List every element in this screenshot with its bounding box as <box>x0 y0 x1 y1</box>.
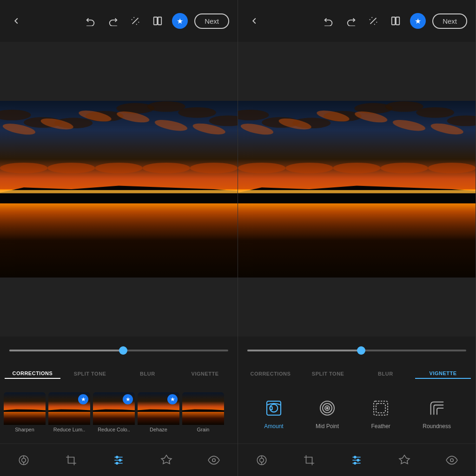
svg-point-15 <box>116 456 118 458</box>
sunset-canvas-right <box>238 101 476 278</box>
back-button-right[interactable] <box>246 13 262 29</box>
vignette-controls: Amount Mid Point Feather <box>238 383 476 443</box>
svg-point-44 <box>357 459 359 461</box>
topbar-right: Next <box>238 0 476 42</box>
heal-icon-left <box>160 454 172 466</box>
tab-split-tone-right[interactable]: SPLIT TONE <box>300 369 356 378</box>
tab-blur-right[interactable]: BLUR <box>358 369 414 378</box>
slider-fill-right <box>247 350 361 351</box>
slider-track-right[interactable] <box>247 350 466 351</box>
bottom-crop-icon-left[interactable] <box>62 451 80 469</box>
bottom-adjust-icon-left[interactable] <box>109 451 128 469</box>
undo-icon-right <box>324 16 334 26</box>
svg-line-19 <box>370 18 377 24</box>
redo-icon <box>108 16 118 26</box>
undo-button-right[interactable] <box>321 13 337 29</box>
slider-thumb-left[interactable] <box>119 346 127 355</box>
magic-wand-icon <box>130 16 140 26</box>
slider-area-right <box>238 337 476 364</box>
compare-button[interactable] <box>150 13 165 29</box>
star-overlay-2: ★ <box>78 394 88 404</box>
sunset-canvas-left <box>0 101 238 278</box>
tool-reduce-col[interactable]: ★ Reduce Colo.. <box>93 392 135 434</box>
undo-button[interactable] <box>83 13 99 29</box>
compare-icon <box>152 16 163 26</box>
panel-left: Next CORRECTIONS SPLIT TONE BLUR VIGNETT… <box>0 0 238 476</box>
tab-blur-left[interactable]: BLUR <box>120 369 176 378</box>
topbar-left: Next <box>0 0 238 42</box>
undo-icon <box>86 16 96 26</box>
bottom-eye-icon-left[interactable] <box>205 451 223 469</box>
svg-point-46 <box>450 458 454 462</box>
slider-track-left[interactable] <box>9 350 228 351</box>
tool-dehaze-label: Dehaze <box>150 427 167 432</box>
image-area-right <box>238 42 476 337</box>
filter-icon-left <box>18 454 30 466</box>
tab-corrections-left[interactable]: CORRECTIONS <box>5 369 60 379</box>
tab-split-tone-left[interactable]: SPLIT TONE <box>62 369 118 378</box>
feather-icon <box>370 397 392 419</box>
bottom-filter-icon-left[interactable] <box>14 451 33 469</box>
slider-fill-left <box>9 350 123 351</box>
back-button[interactable] <box>8 13 24 29</box>
magic-wand-button[interactable] <box>127 13 143 29</box>
vignette-midpoint[interactable]: Mid Point <box>316 397 339 430</box>
tool-thumb-canvas-1 <box>4 392 46 425</box>
star-button-left[interactable] <box>172 13 188 29</box>
tool-sharpen[interactable]: Sharpen <box>4 392 46 434</box>
svg-point-37 <box>260 458 264 462</box>
amount-svg <box>264 399 283 417</box>
svg-rect-24 <box>392 17 395 25</box>
tool-reduce-lum[interactable]: ★ Reduce Lum.. <box>48 392 90 434</box>
slider-area-left <box>0 337 238 364</box>
amount-icon <box>263 397 285 419</box>
next-button-right[interactable]: Next <box>432 13 467 29</box>
slider-thumb-right[interactable] <box>357 346 365 355</box>
midpoint-icon <box>316 397 338 419</box>
tab-corrections-right[interactable]: CORRECTIONS <box>243 369 298 378</box>
vignette-feather[interactable]: Feather <box>370 397 392 430</box>
tool-reduce-lum-label: Reduce Lum.. <box>53 427 85 432</box>
compare-button-right[interactable] <box>388 13 403 29</box>
adjust-icon-right <box>350 454 363 466</box>
vignette-roundness[interactable]: Roundness <box>423 397 451 430</box>
bottom-heal-icon-right[interactable] <box>395 451 414 469</box>
next-button-left[interactable]: Next <box>194 13 229 29</box>
svg-point-45 <box>354 462 356 464</box>
bottombar-right <box>238 443 476 476</box>
redo-button-right[interactable] <box>343 13 359 29</box>
bottombar-left <box>0 443 238 476</box>
magic-wand-button-right[interactable] <box>365 13 381 29</box>
bottom-eye-icon-right[interactable] <box>443 451 461 469</box>
roundness-icon <box>426 397 448 419</box>
tool-grain[interactable]: Grain <box>182 392 224 434</box>
redo-button[interactable] <box>105 13 121 29</box>
tool-dehaze[interactable]: ★ Dehaze <box>138 392 179 434</box>
bottom-adjust-icon-right[interactable] <box>347 451 366 469</box>
tab-vignette-right[interactable]: VIGNETTE <box>415 369 471 379</box>
eye-icon-right <box>446 454 458 466</box>
vignette-amount[interactable]: Amount <box>263 397 285 430</box>
svg-rect-5 <box>154 17 157 25</box>
svg-rect-29 <box>270 407 272 410</box>
roundness-svg <box>428 399 446 417</box>
svg-point-28 <box>270 404 278 412</box>
svg-rect-35 <box>376 403 385 413</box>
svg-line-0 <box>132 18 139 24</box>
bottom-heal-icon-left[interactable] <box>157 451 176 469</box>
back-icon <box>11 16 21 26</box>
topbar-right-right-icons: Next <box>321 13 467 29</box>
image-area-left <box>0 42 238 337</box>
tab-vignette-left[interactable]: VIGNETTE <box>177 369 233 378</box>
tools-row-left: Sharpen ★ Reduce Lum.. ★ Reduce Colo.. ★… <box>0 383 238 443</box>
bottom-filter-icon-right[interactable] <box>252 451 271 469</box>
star-overlay-3: ★ <box>123 394 133 404</box>
feather-label: Feather <box>371 423 390 430</box>
crop-icon-right <box>303 454 315 466</box>
compare-icon-right <box>390 16 401 26</box>
heal-icon-right <box>398 454 410 466</box>
bottom-crop-icon-right[interactable] <box>300 451 318 469</box>
star-button-right[interactable] <box>410 13 426 29</box>
sunset-image-left <box>0 101 238 278</box>
svg-point-9 <box>22 458 26 462</box>
